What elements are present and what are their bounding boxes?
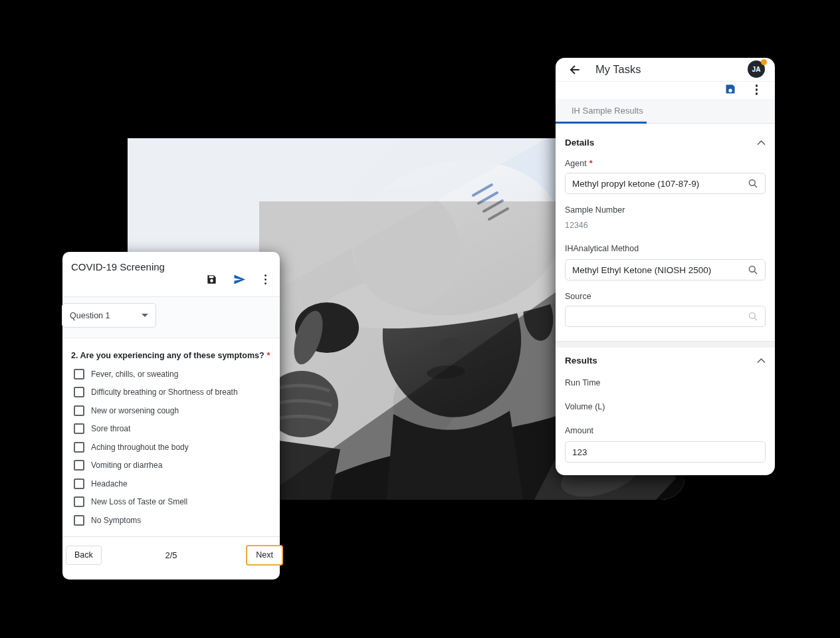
checkbox[interactable] — [74, 460, 84, 471]
symptom-option[interactable]: Sore throat — [62, 420, 280, 439]
tasks-header: My Tasks JA — [556, 58, 775, 82]
amount-input[interactable] — [572, 447, 758, 457]
symptom-option[interactable]: New or worsening cough — [62, 401, 280, 420]
question-selector[interactable]: Question 1 — [62, 303, 156, 328]
save-icon[interactable] — [206, 274, 217, 285]
covid-card-title: COVID-19 Screening — [71, 261, 165, 272]
my-tasks-panel: My Tasks JA IH Sample Results Details Ag… — [556, 58, 775, 475]
section-results[interactable]: Results — [565, 356, 766, 366]
symptom-option[interactable]: Vomiting or diarrhea — [62, 457, 280, 475]
checkbox[interactable] — [74, 496, 84, 507]
analytical-method-label: IHAnalytical Method — [565, 244, 766, 253]
analytical-method-field[interactable] — [565, 259, 766, 280]
search-icon[interactable] — [748, 311, 758, 322]
symptom-option[interactable]: New Loss of Taste or Smell — [62, 493, 280, 512]
analytical-method-input[interactable] — [572, 265, 748, 275]
tab-bar: IH Sample Results — [556, 99, 775, 124]
send-icon[interactable] — [233, 274, 246, 285]
checkbox[interactable] — [74, 478, 84, 489]
agent-label: Agent* — [565, 159, 766, 168]
symptom-option[interactable]: Fever, chills, or sweating — [62, 365, 280, 383]
volume-label: Volume (L) — [565, 402, 766, 411]
covid-card-header: COVID-19 Screening — [62, 252, 280, 297]
checkbox[interactable] — [74, 515, 84, 526]
checkbox[interactable] — [74, 423, 84, 434]
section-divider — [556, 341, 775, 348]
panel-title: My Tasks — [595, 63, 641, 76]
tasks-toolbar — [556, 82, 775, 99]
form-body: Details Agent* Sample Number 12346 IHAna… — [556, 138, 775, 463]
symptom-option[interactable]: Headache — [62, 475, 280, 493]
checkbox[interactable] — [74, 405, 84, 416]
source-label: Source — [565, 292, 766, 301]
next-button[interactable]: Next — [246, 545, 283, 566]
amount-field[interactable] — [565, 441, 766, 463]
question-text: 2. Are you experiencing any of these sym… — [71, 351, 271, 360]
search-icon[interactable] — [748, 178, 758, 189]
avatar-initials: JA — [752, 66, 761, 73]
search-icon[interactable] — [748, 265, 758, 275]
sample-number-value: 12346 — [565, 221, 766, 230]
symptom-option[interactable]: Difficulty breathing or Shortness of bre… — [62, 383, 280, 402]
avatar[interactable]: JA — [748, 60, 765, 78]
chevron-up-icon[interactable] — [757, 358, 766, 364]
chevron-down-icon — [142, 314, 148, 317]
symptom-checklist: Fever, chills, or sweating Difficulty br… — [62, 365, 280, 530]
save-icon[interactable] — [724, 83, 736, 95]
required-asterisk: * — [267, 351, 270, 360]
active-tab-indicator — [556, 122, 647, 124]
source-input[interactable] — [572, 312, 748, 322]
checkbox[interactable] — [74, 442, 84, 453]
covid-card-toolbar — [206, 274, 270, 285]
checkbox[interactable] — [74, 387, 84, 397]
chevron-up-icon[interactable] — [757, 140, 766, 146]
section-details[interactable]: Details — [565, 138, 766, 148]
wizard-footer: Back 2/5 Next — [62, 536, 280, 580]
checkbox[interactable] — [74, 369, 84, 379]
run-time-label: Run Time — [565, 378, 766, 387]
kebab-menu-icon[interactable] — [262, 274, 270, 285]
covid-screening-card: COVID-19 Screening Question 1 2. Are you… — [62, 252, 280, 580]
notification-dot — [761, 59, 767, 65]
back-arrow-icon[interactable] — [569, 64, 581, 76]
sample-number-label: Sample Number — [565, 205, 766, 215]
source-field[interactable] — [565, 306, 766, 327]
agent-field[interactable] — [565, 173, 766, 194]
agent-input[interactable] — [572, 179, 748, 189]
kebab-menu-icon[interactable] — [753, 84, 761, 95]
amount-label: Amount — [565, 426, 766, 435]
required-asterisk: * — [589, 159, 593, 168]
tab-ih-sample-results[interactable]: IH Sample Results — [572, 106, 643, 116]
symptom-option[interactable]: No Symptoms — [62, 511, 280, 530]
question-selector-value: Question 1 — [70, 311, 110, 320]
question-selector-section: Question 1 — [62, 297, 280, 338]
symptom-option[interactable]: Aching throughout the body — [62, 438, 280, 457]
